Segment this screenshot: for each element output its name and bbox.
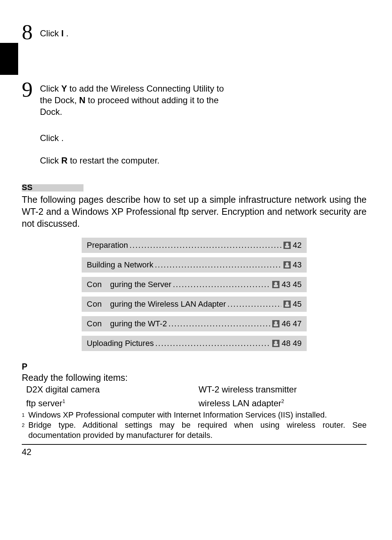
toc-page: 42 (293, 241, 302, 250)
step-9-text: Click Y to add the Wireless Connecting U… (36, 83, 243, 118)
toc-dots: ........................................… (155, 260, 281, 270)
camera-icon (272, 340, 279, 347)
table-of-contents: Preparation.............................… (82, 238, 307, 351)
svg-rect-2 (285, 246, 289, 248)
toc-prefix: Con (87, 280, 110, 289)
bold-text: R (61, 156, 68, 165)
toc-dots: ........................................… (168, 319, 270, 329)
toc-label: guring the WT-2 (110, 319, 167, 329)
bold-text: N (79, 95, 85, 105)
toc-page: 43 (293, 260, 302, 270)
text: Dock. (40, 107, 62, 117)
svg-point-7 (274, 282, 277, 285)
paragraph-click: Click . (40, 132, 367, 144)
list-item: D2X digital camera (26, 384, 194, 395)
footnote-text: Windows XP Professional computer with In… (28, 410, 367, 420)
toc-dots: ........................................… (130, 241, 281, 250)
footnote-mark: 1 (22, 410, 28, 420)
toc-page: 43 45 (282, 280, 302, 289)
svg-point-4 (286, 262, 289, 265)
svg-point-13 (274, 321, 277, 324)
step-number: 8 (22, 21, 33, 43)
step-8-text: Click I . (36, 25, 367, 39)
paragraph-restart: Click R to restart the computer. (40, 155, 367, 166)
toc-dots: ........................................… (228, 299, 281, 309)
superscript: 1 (62, 398, 65, 404)
heading-text: SS (22, 183, 32, 192)
footnote-2: 2 Bridge type. Additional settings may b… (22, 420, 367, 440)
camera-icon (283, 242, 291, 249)
camera-icon (272, 281, 279, 288)
text: to add the Wireless Connecting Utility t… (67, 84, 224, 93)
toc-label: guring the Wireless LAN Adapter (110, 299, 226, 309)
manual-page: 8 Click I . 9 Click Y to add the Wireles… (0, 0, 392, 540)
sub-heading: P (22, 362, 367, 372)
text: ftp server (26, 398, 62, 408)
camera-icon (272, 320, 279, 327)
item-column-left: D2X digital camera ftp server1 (22, 384, 194, 409)
svg-point-16 (274, 341, 277, 344)
svg-rect-17 (274, 344, 278, 346)
footnotes: 1 Windows XP Professional computer with … (22, 410, 367, 440)
toc-prefix: Con (87, 299, 110, 309)
step-9: 9 Click Y to add the Wireless Connecting… (36, 83, 367, 118)
toc-label: Uploading Pictures (87, 339, 154, 348)
item-column-right: WT-2 wireless transmitter wireless LAN a… (194, 384, 367, 409)
toc-row: Preparation.............................… (82, 238, 307, 253)
camera-icon (283, 301, 291, 308)
svg-rect-14 (274, 324, 278, 326)
camera-icon (283, 261, 291, 269)
text: Click (40, 28, 61, 38)
toc-row: Building a Network......................… (82, 257, 307, 273)
footnote-text: Bridge type. Additional settings may be … (28, 420, 367, 440)
list-item: ftp server1 (26, 395, 194, 409)
svg-rect-5 (285, 265, 289, 267)
svg-rect-8 (274, 285, 278, 287)
toc-label: guring the Server (110, 280, 171, 289)
preparation-line: Ready the following items: (22, 372, 367, 384)
toc-page: 45 (293, 299, 302, 309)
step-number: 9 (22, 78, 33, 100)
svg-point-1 (286, 243, 289, 246)
footnote-mark: 2 (22, 420, 28, 440)
toc-dots: ........................................… (173, 280, 270, 289)
text: to restart the computer. (68, 156, 159, 165)
text: Click (40, 156, 61, 165)
toc-row: Uploading Pictures......................… (82, 336, 307, 351)
toc-row: Con guring the Wireless LAN Adapter ....… (82, 297, 307, 312)
footnote-1: 1 Windows XP Professional computer with … (22, 410, 367, 420)
section-heading: SS (22, 183, 367, 192)
text: Click (40, 84, 61, 93)
list-item: WT-2 wireless transmitter (199, 384, 367, 395)
svg-rect-11 (285, 305, 289, 307)
text: to proceed without adding it to the (85, 95, 219, 105)
svg-point-10 (286, 302, 289, 305)
toc-label: Preparation (87, 241, 128, 250)
toc-row: Con guring the WT-2.....................… (82, 316, 307, 331)
horizontal-rule (22, 444, 367, 445)
list-item: wireless LAN adapter2 (199, 395, 367, 409)
superscript: 2 (281, 398, 284, 404)
bold-text: Y (61, 84, 67, 93)
toc-page: 46 47 (282, 319, 302, 329)
toc-page: 48 49 (282, 339, 302, 348)
side-tab (0, 43, 18, 75)
section-paragraph: The following pages describe how to set … (22, 194, 367, 230)
item-columns: D2X digital camera ftp server1 WT-2 wire… (22, 384, 367, 409)
text: wireless LAN adapter (199, 398, 281, 408)
text: . (64, 28, 68, 38)
toc-prefix: Con (87, 319, 110, 329)
toc-label: Building a Network (87, 260, 153, 270)
text: the Dock, (40, 95, 79, 105)
toc-dots: ........................................… (155, 339, 270, 348)
page-number: 42 (22, 447, 367, 457)
toc-row: Con guring the Server ..................… (82, 277, 307, 292)
step-8: 8 Click I . (36, 25, 367, 39)
